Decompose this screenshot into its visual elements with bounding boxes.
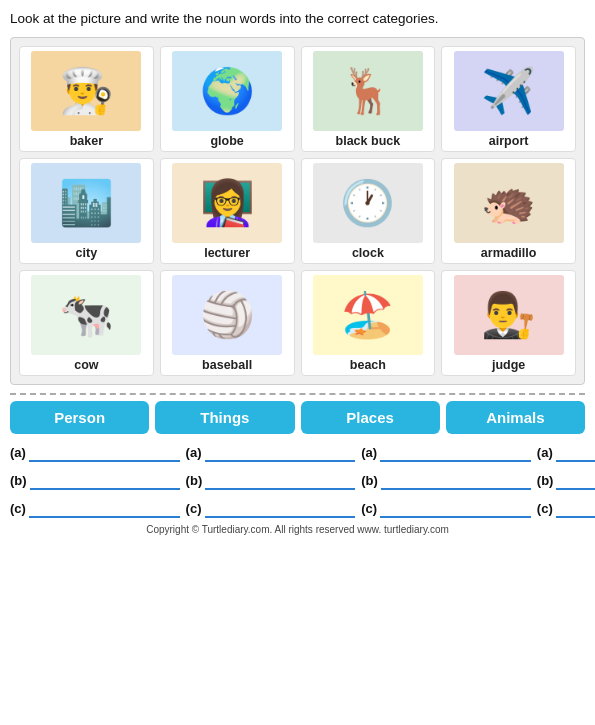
picture-item-globe: 🌍 globe — [160, 46, 295, 152]
judge-icon: 👨‍⚖️ — [481, 289, 536, 341]
armadillo-icon: 🦔 — [481, 177, 536, 229]
armadillo-label: armadillo — [481, 246, 537, 260]
instruction-text: Look at the picture and write the noun w… — [10, 10, 585, 29]
picture-item-baker: 👨‍🍳 baker — [19, 46, 154, 152]
picture-item-baseball: 🏐 baseball — [160, 270, 295, 376]
person-b-label: (b) — [10, 473, 27, 488]
section-divider — [10, 393, 585, 395]
person-a-label: (a) — [10, 445, 26, 460]
answer-animals-c: (c) — [537, 500, 595, 518]
blackbuck-label: black buck — [336, 134, 401, 148]
answer-places-b: (b) — [361, 472, 531, 490]
picture-item-beach: 🏖️ beach — [301, 270, 436, 376]
category-row: Person Things Places Animals — [10, 401, 585, 434]
picture-box-baker: 👨‍🍳 — [31, 51, 141, 131]
answer-places-a: (a) — [361, 444, 531, 462]
things-c-input[interactable] — [205, 500, 356, 518]
places-b-label: (b) — [361, 473, 378, 488]
animals-b-input[interactable] — [556, 472, 595, 490]
globe-label: globe — [210, 134, 243, 148]
things-a-label: (a) — [186, 445, 202, 460]
picture-box-baseball: 🏐 — [172, 275, 282, 355]
airport-label: airport — [489, 134, 529, 148]
baseball-label: baseball — [202, 358, 252, 372]
picture-box-cow: 🐄 — [31, 275, 141, 355]
answer-person-c: (c) — [10, 500, 180, 518]
picture-box-clock: 🕐 — [313, 163, 423, 243]
picture-box-armadillo: 🦔 — [454, 163, 564, 243]
picture-item-lecturer: 👩‍🏫 lecturer — [160, 158, 295, 264]
baker-label: baker — [70, 134, 103, 148]
animals-b-label: (b) — [537, 473, 554, 488]
picture-box-airport: ✈️ — [454, 51, 564, 131]
animals-c-label: (c) — [537, 501, 553, 516]
places-c-input[interactable] — [380, 500, 531, 518]
beach-icon: 🏖️ — [340, 289, 395, 341]
baker-icon: 👨‍🍳 — [59, 65, 114, 117]
baseball-icon: 🏐 — [200, 289, 255, 341]
places-a-label: (a) — [361, 445, 377, 460]
person-b-input[interactable] — [30, 472, 180, 490]
answer-col-places: (a) (b) (c) — [361, 444, 531, 518]
answers-section: (a) (b) (c) (a) (b) (c) — [10, 444, 585, 518]
answer-col-things: (a) (b) (c) — [186, 444, 356, 518]
things-b-input[interactable] — [205, 472, 355, 490]
places-a-input[interactable] — [380, 444, 531, 462]
things-a-input[interactable] — [205, 444, 356, 462]
places-b-input[interactable] — [381, 472, 531, 490]
answer-person-b: (b) — [10, 472, 180, 490]
answer-animals-a: (a) — [537, 444, 595, 462]
picture-item-cow: 🐄 cow — [19, 270, 154, 376]
airport-icon: ✈️ — [481, 65, 536, 117]
city-label: city — [76, 246, 98, 260]
clock-icon: 🕐 — [340, 177, 395, 229]
picture-item-clock: 🕐 clock — [301, 158, 436, 264]
answer-col-animals: (a) (b) (c) — [537, 444, 595, 518]
picture-item-judge: 👨‍⚖️ judge — [441, 270, 576, 376]
globe-icon: 🌍 — [200, 65, 255, 117]
picture-box-judge: 👨‍⚖️ — [454, 275, 564, 355]
picture-item-armadillo: 🦔 armadillo — [441, 158, 576, 264]
judge-label: judge — [492, 358, 525, 372]
picture-area: 👨‍🍳 baker 🌍 globe 🦌 black buck ✈️ — [10, 37, 585, 385]
picture-box-lecturer: 👩‍🏫 — [172, 163, 282, 243]
city-icon: 🏙️ — [59, 177, 114, 229]
person-c-input[interactable] — [29, 500, 180, 518]
category-places-button[interactable]: Places — [301, 401, 440, 434]
answer-person-a: (a) — [10, 444, 180, 462]
person-a-input[interactable] — [29, 444, 180, 462]
picture-item-city: 🏙️ city — [19, 158, 154, 264]
clock-label: clock — [352, 246, 384, 260]
category-animals-button[interactable]: Animals — [446, 401, 585, 434]
picture-box-globe: 🌍 — [172, 51, 282, 131]
category-person-button[interactable]: Person — [10, 401, 149, 434]
person-c-label: (c) — [10, 501, 26, 516]
copyright-text: Copyright © Turtlediary.com. All rights … — [10, 524, 585, 535]
answer-places-c: (c) — [361, 500, 531, 518]
picture-box-beach: 🏖️ — [313, 275, 423, 355]
picture-box-blackbuck: 🦌 — [313, 51, 423, 131]
animals-a-label: (a) — [537, 445, 553, 460]
answer-things-c: (c) — [186, 500, 356, 518]
places-c-label: (c) — [361, 501, 377, 516]
answer-animals-b: (b) — [537, 472, 595, 490]
lecturer-icon: 👩‍🏫 — [200, 177, 255, 229]
answer-col-person: (a) (b) (c) — [10, 444, 180, 518]
things-c-label: (c) — [186, 501, 202, 516]
picture-grid: 👨‍🍳 baker 🌍 globe 🦌 black buck ✈️ — [19, 46, 576, 376]
animals-c-input[interactable] — [556, 500, 595, 518]
answer-things-a: (a) — [186, 444, 356, 462]
things-b-label: (b) — [186, 473, 203, 488]
picture-item-blackbuck: 🦌 black buck — [301, 46, 436, 152]
page: Look at the picture and write the noun w… — [0, 0, 595, 725]
picture-item-airport: ✈️ airport — [441, 46, 576, 152]
cow-icon: 🐄 — [59, 289, 114, 341]
beach-label: beach — [350, 358, 386, 372]
lecturer-label: lecturer — [204, 246, 250, 260]
blackbuck-icon: 🦌 — [340, 65, 395, 117]
category-things-button[interactable]: Things — [155, 401, 294, 434]
animals-a-input[interactable] — [556, 444, 595, 462]
cow-label: cow — [74, 358, 98, 372]
answer-things-b: (b) — [186, 472, 356, 490]
picture-box-city: 🏙️ — [31, 163, 141, 243]
